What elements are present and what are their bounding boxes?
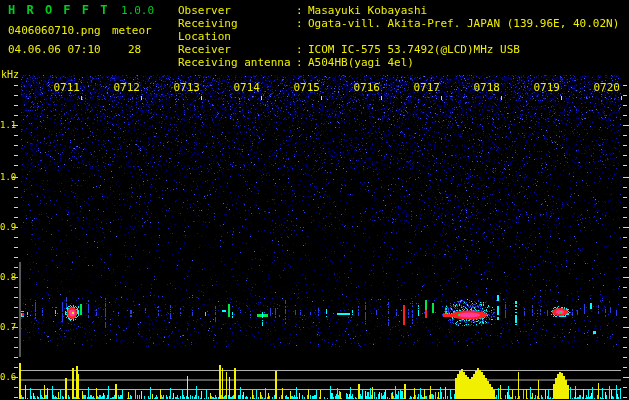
time-tick-label: 0714 [232,81,260,94]
time-tick-label: 0712 [112,81,140,94]
time-tick-label: 0716 [352,81,380,94]
time-tick-label: 0720 [592,81,620,94]
time-tick-label: 0715 [292,81,320,94]
info-row-antenna: Receiving antenna:A504HB(yagi 4el) [178,56,619,69]
time-tick-label: 0711 [52,81,80,94]
time-axis-labels: 0711071207130714071507160717071807190720 [0,81,629,95]
datetime-label: 04.06.06 07:10 [8,43,101,56]
freq-tick-label: 0.9 [0,222,13,232]
freq-tick-label: 1.1 [0,120,13,130]
time-tick-label: 0719 [532,81,560,94]
frequency-axis-labels: 1.11.00.90.80.70.6 [0,0,20,400]
info-row-observer: Observer:Masayuki Kobayashi [178,4,619,17]
station-info: Observer:Masayuki Kobayashi Receiving Lo… [178,4,619,69]
info-row-location: Receiving Location:Ogata-vill. Akita-Pre… [178,17,619,43]
info-label: Observer [178,4,296,17]
freq-tick-label: 1.0 [0,172,13,182]
mode-label: meteor [112,24,152,37]
info-separator: : [296,43,308,56]
info-value: Masayuki Kobayashi [308,4,427,17]
info-value: Ogata-vill. Akita-Pref. JAPAN (139.96E, … [308,17,619,43]
info-label: Receiver [178,43,296,56]
freq-tick-label: 0.8 [0,272,13,282]
info-separator: : [296,17,308,43]
time-tick-label: 0713 [172,81,200,94]
freq-tick-label: 0.7 [0,322,13,332]
info-separator: : [296,4,308,17]
hrofft-screen: H R O F F T 1.0.0 0406060710.png meteor … [0,0,629,400]
info-value: A504HB(yagi 4el) [308,56,414,69]
output-filename: 0406060710.png [8,24,101,37]
app-title: H R O F F T [8,3,109,17]
info-label: Receiving Location [178,17,296,43]
time-tick-label: 0717 [412,81,440,94]
info-value: ICOM IC-575 53.7492(@LCD)MHz USB [308,43,520,56]
echo-count: 28 [128,43,141,56]
info-separator: : [296,56,308,69]
freq-tick-label: 0.6 [0,372,13,382]
time-tick-label: 0718 [472,81,500,94]
info-row-receiver: Receiver:ICOM IC-575 53.7492(@LCD)MHz US… [178,43,619,56]
app-version: 1.0.0 [121,4,154,17]
info-label: Receiving antenna [178,56,296,69]
